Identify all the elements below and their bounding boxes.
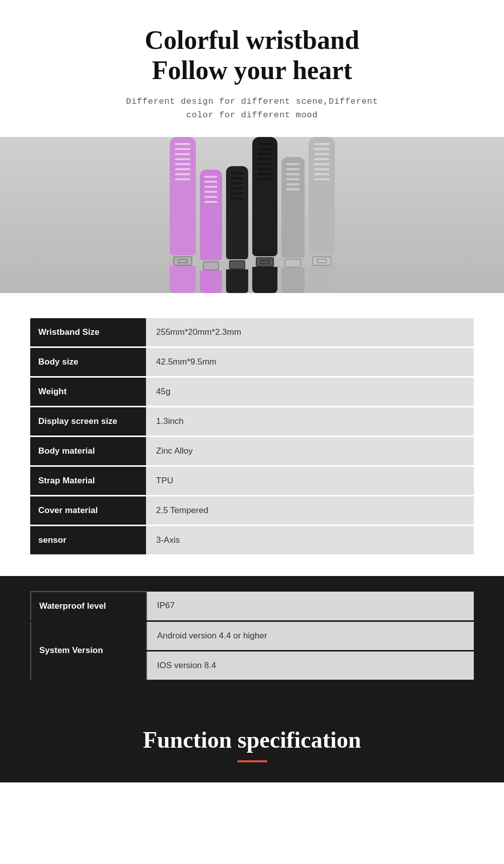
spec-value: IP67 xyxy=(147,592,474,621)
function-title: Function specification xyxy=(10,727,494,753)
spec-label: Wristband Size xyxy=(30,318,146,347)
spec-row: Cover material 2.5 Tempered xyxy=(30,495,474,525)
spec-label: Body size xyxy=(30,347,146,377)
spec-label: Cover material xyxy=(30,495,146,525)
specs-section: Wristband Size 255mm*20mm*2.3mm Body siz… xyxy=(0,293,504,576)
spec-value: Android version 4.4 or higher xyxy=(147,621,474,651)
spec-value: 1.3inch xyxy=(146,406,474,436)
spec-value: 42.5mm*9.5mm xyxy=(146,347,474,377)
band-purple-short xyxy=(200,137,222,293)
hero-title-line1: Colorful wristband xyxy=(145,26,359,54)
spec-row: Weight 45g xyxy=(30,377,474,406)
spec-label: System Version xyxy=(31,621,147,680)
band-black-short xyxy=(226,137,248,293)
spec-value: 45g xyxy=(146,377,474,406)
spec-label: Waterproof level xyxy=(31,592,147,621)
specs-table: Wristband Size 255mm*20mm*2.3mm Body siz… xyxy=(30,318,474,556)
spec-row: Wristband Size 255mm*20mm*2.3mm xyxy=(30,318,474,347)
dark-spec-row: Waterproof level IP67 xyxy=(31,592,474,621)
spec-value: 255mm*20mm*2.3mm xyxy=(146,318,474,347)
band-black-tall xyxy=(252,137,277,293)
hero-subtitle-line2: color for different mood xyxy=(186,110,318,120)
wristband-visual xyxy=(0,137,504,293)
hero-subtitle: Different design for different scene,Dif… xyxy=(10,95,494,122)
spec-row: Display screen size 1.3inch xyxy=(30,406,474,436)
band-purple-tall xyxy=(170,137,196,293)
spec-label: Body material xyxy=(30,436,146,466)
spec-label: Strap Material xyxy=(30,466,146,495)
spec-label: sensor xyxy=(30,525,146,555)
spec-value: Zinc Alloy xyxy=(146,436,474,466)
band-gray-tall xyxy=(309,137,335,293)
function-underline xyxy=(237,760,267,762)
hero-section: Colorful wristband Follow your heart Dif… xyxy=(0,0,504,122)
spec-value: TPU xyxy=(146,466,474,495)
spec-value: 3-Axis xyxy=(146,525,474,555)
dark-specs-section: Waterproof level IP67 System Version And… xyxy=(0,576,504,706)
hero-title: Colorful wristband Follow your heart xyxy=(10,25,494,86)
spec-row: Body material Zinc Alloy xyxy=(30,436,474,466)
dark-specs-table: Waterproof level IP67 System Version And… xyxy=(30,591,474,681)
hero-subtitle-line1: Different design for different scene,Dif… xyxy=(126,97,378,106)
spec-label: Weight xyxy=(30,377,146,406)
spec-row: Strap Material TPU xyxy=(30,466,474,495)
spec-value-extra: IOS version 8.4 xyxy=(147,651,474,680)
spec-row: Body size 42.5mm*9.5mm xyxy=(30,347,474,377)
hero-title-line2: Follow your heart xyxy=(152,56,352,85)
spec-value: 2.5 Tempered xyxy=(146,495,474,525)
band-gray-short xyxy=(281,137,305,293)
spec-label: Display screen size xyxy=(30,406,146,436)
spec-row: sensor 3-Axis xyxy=(30,525,474,555)
function-section: Function specification xyxy=(0,706,504,782)
dark-spec-row: System Version Android version 4.4 or hi… xyxy=(31,621,474,651)
